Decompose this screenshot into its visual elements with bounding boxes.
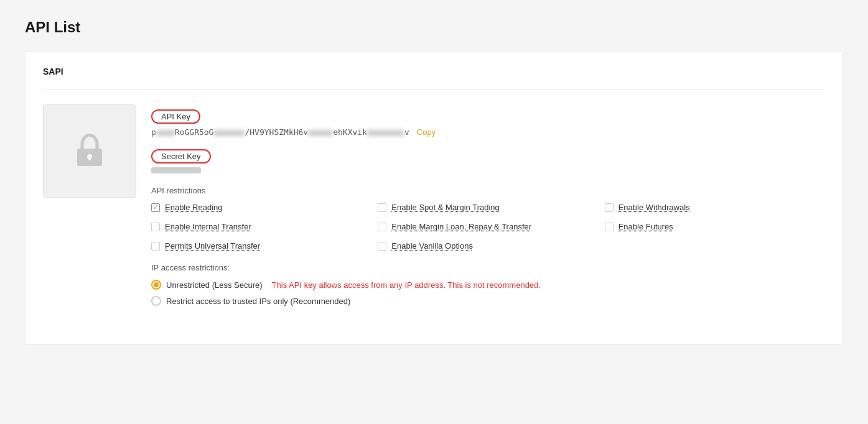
lock-icon	[75, 134, 105, 168]
checkbox-label-withdrawals: Enable Withdrawals	[618, 203, 690, 212]
checkbox-label-vanilla: Enable Vanilla Options	[391, 241, 473, 251]
copy-button[interactable]: Copy	[417, 127, 436, 137]
ip-section: IP access restrictions: Unrestricted (Le…	[151, 263, 825, 306]
ip-label: IP access restrictions:	[151, 263, 825, 272]
checkbox-box-vanilla	[378, 242, 386, 251]
checkbox-permits-universal[interactable]: Permits Universal Transfer	[151, 241, 371, 251]
divider	[43, 89, 825, 90]
radio-inner-unrestricted	[154, 282, 159, 287]
blur3	[308, 130, 333, 136]
checkbox-box-margin	[378, 223, 386, 231]
empty-cell	[605, 241, 825, 251]
api-key-row: API Key pRoGGR5oG/HV9YHSZMkH6vehKXvikv C…	[151, 109, 825, 137]
radio-outer-unrestricted	[151, 280, 161, 290]
restrictions-grid: ✓ Enable Reading Enable Spot & Margin Tr…	[151, 203, 825, 251]
unrestricted-warning: This API key allows access from any IP a…	[268, 280, 541, 290]
radio-unrestricted[interactable]: Unrestricted (Less Secure) This API key …	[151, 280, 825, 290]
section-label: SAPI	[43, 67, 825, 76]
secret-key-value-row	[151, 167, 825, 173]
api-key-value: pRoGGR5oG/HV9YHSZMkH6vehKXvikv	[151, 127, 409, 137]
checkbox-enable-internal-transfer[interactable]: Enable Internal Transfer	[151, 222, 371, 231]
checkmark-reading: ✓	[153, 204, 159, 211]
checkbox-label-margin: Enable Margin Loan, Repay & Transfer	[391, 222, 531, 231]
radio-outer-restricted	[151, 296, 161, 306]
checkbox-box-withdrawals	[605, 203, 614, 212]
page-title: API List	[25, 19, 843, 36]
secret-key-blur	[151, 167, 201, 173]
api-key-value-row: pRoGGR5oG/HV9YHSZMkH6vehKXvikv Copy	[151, 127, 825, 137]
checkbox-label-universal: Permits Universal Transfer	[165, 241, 260, 251]
checkbox-box-reading: ✓	[151, 203, 160, 212]
secret-key-label: Secret Key	[151, 149, 211, 164]
svg-rect-2	[88, 157, 91, 160]
blur1	[156, 130, 175, 136]
radio-label-restricted: Restrict access to trusted IPs only (Rec…	[166, 297, 350, 306]
checkbox-box-spot	[378, 203, 386, 212]
restrictions-label: API restrictions	[151, 186, 825, 195]
checkbox-box-futures	[605, 223, 614, 231]
blur4	[367, 130, 404, 136]
blur2	[213, 130, 245, 136]
checkbox-label-internal: Enable Internal Transfer	[165, 222, 251, 231]
page-container: API List SAPI API Key	[0, 0, 868, 424]
radio-restricted[interactable]: Restrict access to trusted IPs only (Rec…	[151, 296, 825, 306]
secret-key-label-wrapper: Secret Key	[151, 149, 211, 164]
key-section: API Key pRoGGR5oG/HV9YHSZMkH6vehKXvikv C…	[43, 104, 825, 312]
checkbox-box-internal	[151, 223, 160, 231]
api-card: SAPI API Key	[25, 51, 843, 345]
secret-key-row: Secret Key	[151, 149, 825, 173]
checkbox-label-spot: Enable Spot & Margin Trading	[391, 203, 499, 212]
checkbox-label-reading: Enable Reading	[165, 203, 223, 212]
api-key-label: API Key	[151, 109, 200, 124]
checkbox-enable-margin-loan[interactable]: Enable Margin Loan, Repay & Transfer	[378, 222, 598, 231]
checkbox-enable-spot[interactable]: Enable Spot & Margin Trading	[378, 203, 598, 212]
lock-icon-box	[43, 104, 136, 198]
checkbox-enable-withdrawals[interactable]: Enable Withdrawals	[605, 203, 825, 212]
radio-label-unrestricted: Unrestricted (Less Secure)	[166, 280, 263, 290]
checkbox-label-futures: Enable Futures	[618, 222, 673, 231]
checkbox-enable-futures[interactable]: Enable Futures	[605, 222, 825, 231]
checkbox-enable-reading[interactable]: ✓ Enable Reading	[151, 203, 371, 212]
api-key-label-wrapper: API Key	[151, 109, 200, 124]
key-details: API Key pRoGGR5oG/HV9YHSZMkH6vehKXvikv C…	[151, 104, 825, 312]
checkbox-enable-vanilla[interactable]: Enable Vanilla Options	[378, 241, 598, 251]
checkbox-box-universal	[151, 242, 160, 251]
restrictions-section: API restrictions ✓ Enable Reading Enable…	[151, 186, 825, 251]
